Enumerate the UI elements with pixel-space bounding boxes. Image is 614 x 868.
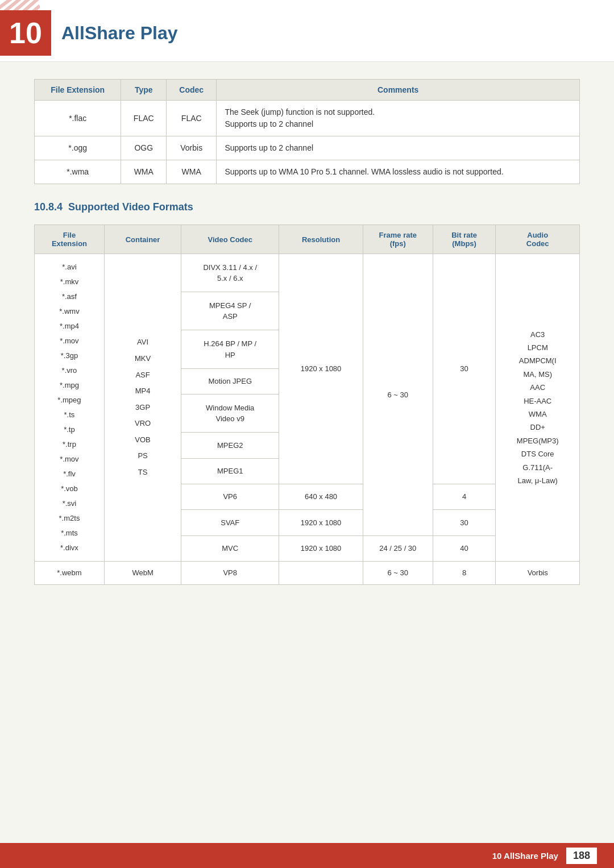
file-extension-cell: *.ogg — [35, 136, 121, 160]
table-row: *.webm WebM VP8 6 ~ 30 8 Vorbis — [35, 562, 580, 585]
video-codec-cell: SVAF — [181, 510, 279, 535]
container-group: AVIMKVASFMP43GPVROVOBPSTS — [104, 254, 181, 562]
page-number: 188 — [566, 848, 597, 864]
video-codec-cell: H.264 BP / MP /HP — [181, 330, 279, 368]
page-footer: 10 AllShare Play 188 — [0, 843, 614, 868]
codec-cell: FLAC — [167, 101, 217, 136]
video-codec-cell: Motion JPEG — [181, 368, 279, 394]
resolution-cell: 1920 x 1080 — [279, 254, 363, 484]
col-video-codec: Video Codec — [181, 225, 279, 254]
file-extension-cell: *.flac — [35, 101, 121, 136]
file-extension-group: *.avi*.mkv*.asf*.wmv*.mp4*.mov*.3gp*.vro… — [35, 254, 105, 562]
chapter-title: AllShare Play — [61, 23, 178, 44]
section-title: Supported Video Formats — [68, 201, 193, 213]
type-cell: OGG — [121, 136, 167, 160]
comments-cell: Supports up to WMA 10 Pro 5.1 channel. W… — [217, 160, 580, 184]
main-content: File Extension Type Codec Comments *.fla… — [0, 62, 614, 636]
col-type: Type — [121, 80, 167, 101]
section-heading: 10.8.4 Supported Video Formats — [34, 201, 580, 213]
audio-codec-cell: Vorbis — [496, 562, 580, 585]
col-container: Container — [104, 225, 181, 254]
container-cell: WebM — [104, 562, 181, 585]
type-cell: WMA — [121, 160, 167, 184]
table-row: *.flac FLAC FLAC The Seek (jump) functio… — [35, 101, 580, 136]
bitrate-cell: 30 — [433, 254, 496, 484]
codec-cell: WMA — [167, 160, 217, 184]
file-extension-cell: *.webm — [35, 562, 105, 585]
col-codec: Codec — [167, 80, 217, 101]
comments-cell: The Seek (jump) function is not supporte… — [217, 101, 580, 136]
col-bit-rate: Bit rate(Mbps) — [433, 225, 496, 254]
video-codec-cell: VP8 — [181, 562, 279, 585]
codec-cell: Vorbis — [167, 136, 217, 160]
file-extension-cell: *.wma — [35, 160, 121, 184]
resolution-cell: 640 x 480 — [279, 484, 363, 509]
framerate-cell: 24 / 25 / 30 — [363, 535, 433, 561]
chapter-number: 10 — [9, 16, 42, 50]
framerate-cell: 6 ~ 30 — [363, 562, 433, 585]
bitrate-cell: 4 — [433, 484, 496, 509]
video-codec-cell: VP6 — [181, 484, 279, 509]
col-frame-rate: Frame rate(fps) — [363, 225, 433, 254]
table-row: *.ogg OGG Vorbis Supports up to 2 channe… — [35, 136, 580, 160]
video-codec-cell: MPEG2 — [181, 433, 279, 458]
page-header: 10 AllShare Play — [0, 0, 614, 62]
chapter-number-block: 10 — [0, 10, 51, 56]
resolution-cell: 1920 x 1080 — [279, 535, 363, 561]
table-row: *.wma WMA WMA Supports up to WMA 10 Pro … — [35, 160, 580, 184]
video-codec-cell: DIVX 3.11 / 4.x /5.x / 6.x — [181, 254, 279, 292]
comments-cell: Supports up to 2 channel — [217, 136, 580, 160]
col-resolution: Resolution — [279, 225, 363, 254]
col-file-extension: File Extension — [35, 80, 121, 101]
type-cell: FLAC — [121, 101, 167, 136]
col-audio-codec: AudioCodec — [496, 225, 580, 254]
video-codec-cell: Window MediaVideo v9 — [181, 394, 279, 432]
bitrate-cell: 40 — [433, 535, 496, 561]
video-codec-cell: MPEG1 — [181, 458, 279, 484]
video-formats-table: FileExtension Container Video Codec Reso… — [34, 225, 580, 585]
video-codec-cell: MVC — [181, 535, 279, 561]
bitrate-cell: 8 — [433, 562, 496, 585]
resolution-cell — [279, 562, 363, 585]
col-file-extension: FileExtension — [35, 225, 105, 254]
audio-formats-table: File Extension Type Codec Comments *.fla… — [34, 79, 580, 184]
audio-codec-group: AC3LPCMADMPCM(IMA, MS)AACHE-AACWMADD+MPE… — [496, 254, 580, 562]
footer-text: 10 AllShare Play — [492, 851, 558, 861]
table-row: *.avi*.mkv*.asf*.wmv*.mp4*.mov*.3gp*.vro… — [35, 254, 580, 292]
col-comments: Comments — [217, 80, 580, 101]
resolution-cell: 1920 x 1080 — [279, 510, 363, 535]
framerate-cell: 6 ~ 30 — [363, 254, 433, 536]
section-number: 10.8.4 — [34, 201, 63, 213]
bitrate-cell: 30 — [433, 510, 496, 535]
video-codec-cell: MPEG4 SP /ASP — [181, 292, 279, 330]
